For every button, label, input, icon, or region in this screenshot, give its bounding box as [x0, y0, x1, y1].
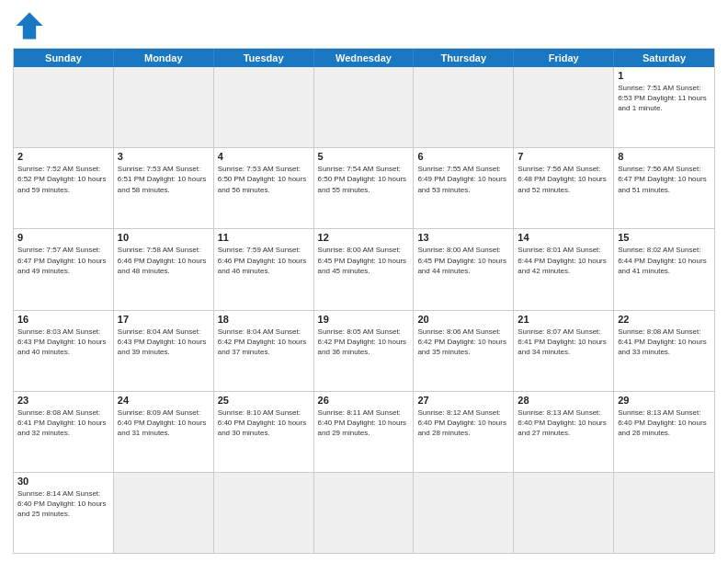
- day-cell: 30Sunrise: 8:14 AM Sunset: 6:40 PM Dayli…: [14, 473, 114, 553]
- day-info: Sunrise: 7:52 AM Sunset: 6:52 PM Dayligh…: [17, 164, 109, 195]
- day-headers: SundayMondayTuesdayWednesdayThursdayFrid…: [14, 49, 714, 67]
- day-number: 17: [118, 314, 210, 325]
- day-cell: 12Sunrise: 8:00 AM Sunset: 6:45 PM Dayli…: [314, 229, 415, 309]
- day-info: Sunrise: 8:04 AM Sunset: 6:42 PM Dayligh…: [218, 327, 310, 358]
- day-number: 9: [17, 232, 109, 243]
- week-row-0: 1Sunrise: 7:51 AM Sunset: 6:53 PM Daylig…: [14, 67, 714, 148]
- week-row-5: 30Sunrise: 8:14 AM Sunset: 6:40 PM Dayli…: [14, 473, 714, 553]
- day-header-wednesday: Wednesday: [314, 49, 415, 67]
- day-number: 1: [618, 70, 711, 81]
- day-header-thursday: Thursday: [414, 49, 514, 67]
- day-number: 26: [318, 395, 410, 406]
- day-number: 19: [318, 314, 410, 325]
- day-info: Sunrise: 8:02 AM Sunset: 6:44 PM Dayligh…: [618, 245, 711, 276]
- day-cell: 28Sunrise: 8:13 AM Sunset: 6:40 PM Dayli…: [514, 392, 614, 472]
- day-info: Sunrise: 8:05 AM Sunset: 6:42 PM Dayligh…: [318, 327, 410, 358]
- day-cell: 13Sunrise: 8:00 AM Sunset: 6:45 PM Dayli…: [414, 229, 514, 309]
- day-cell: 11Sunrise: 7:59 AM Sunset: 6:46 PM Dayli…: [214, 229, 314, 309]
- day-cell: 1Sunrise: 7:51 AM Sunset: 6:53 PM Daylig…: [614, 67, 714, 147]
- day-cell: 9Sunrise: 7:57 AM Sunset: 6:47 PM Daylig…: [14, 229, 114, 309]
- day-info: Sunrise: 8:12 AM Sunset: 6:40 PM Dayligh…: [417, 408, 509, 439]
- day-cell: 20Sunrise: 8:06 AM Sunset: 6:42 PM Dayli…: [414, 311, 514, 391]
- day-cell: 6Sunrise: 7:55 AM Sunset: 6:49 PM Daylig…: [414, 148, 514, 228]
- day-cell: [314, 67, 415, 147]
- day-info: Sunrise: 8:09 AM Sunset: 6:40 PM Dayligh…: [118, 408, 210, 439]
- day-info: Sunrise: 7:53 AM Sunset: 6:51 PM Dayligh…: [118, 164, 210, 195]
- day-cell: 4Sunrise: 7:53 AM Sunset: 6:50 PM Daylig…: [214, 148, 314, 228]
- week-row-3: 16Sunrise: 8:03 AM Sunset: 6:43 PM Dayli…: [14, 311, 714, 392]
- day-cell: [314, 473, 415, 553]
- day-number: 29: [618, 395, 711, 406]
- header: [13, 9, 715, 42]
- day-info: Sunrise: 7:59 AM Sunset: 6:46 PM Dayligh…: [218, 245, 310, 276]
- day-cell: 27Sunrise: 8:12 AM Sunset: 6:40 PM Dayli…: [414, 392, 514, 472]
- day-number: 7: [518, 151, 609, 162]
- day-cell: 24Sunrise: 8:09 AM Sunset: 6:40 PM Dayli…: [114, 392, 214, 472]
- day-info: Sunrise: 8:08 AM Sunset: 6:41 PM Dayligh…: [17, 408, 109, 439]
- day-info: Sunrise: 8:00 AM Sunset: 6:45 PM Dayligh…: [318, 245, 410, 276]
- day-cell: 23Sunrise: 8:08 AM Sunset: 6:41 PM Dayli…: [14, 392, 114, 472]
- day-info: Sunrise: 7:51 AM Sunset: 6:53 PM Dayligh…: [618, 83, 711, 114]
- day-cell: 26Sunrise: 8:11 AM Sunset: 6:40 PM Dayli…: [314, 392, 415, 472]
- day-info: Sunrise: 7:56 AM Sunset: 6:48 PM Dayligh…: [518, 164, 609, 195]
- day-info: Sunrise: 8:10 AM Sunset: 6:40 PM Dayligh…: [218, 408, 310, 439]
- day-info: Sunrise: 8:01 AM Sunset: 6:44 PM Dayligh…: [518, 245, 609, 276]
- day-cell: [614, 473, 714, 553]
- day-number: 2: [17, 151, 109, 162]
- day-cell: 5Sunrise: 7:54 AM Sunset: 6:50 PM Daylig…: [314, 148, 415, 228]
- day-number: 13: [417, 232, 509, 243]
- day-number: 21: [518, 314, 609, 325]
- day-header-sunday: Sunday: [14, 49, 114, 67]
- day-cell: 10Sunrise: 7:58 AM Sunset: 6:46 PM Dayli…: [114, 229, 214, 309]
- day-cell: 15Sunrise: 8:02 AM Sunset: 6:44 PM Dayli…: [614, 229, 714, 309]
- day-number: 24: [118, 395, 210, 406]
- day-info: Sunrise: 8:03 AM Sunset: 6:43 PM Dayligh…: [17, 327, 109, 358]
- day-number: 14: [518, 232, 609, 243]
- day-info: Sunrise: 8:00 AM Sunset: 6:45 PM Dayligh…: [417, 245, 509, 276]
- day-cell: 21Sunrise: 8:07 AM Sunset: 6:41 PM Dayli…: [514, 311, 614, 391]
- day-cell: [214, 473, 314, 553]
- day-cell: 17Sunrise: 8:04 AM Sunset: 6:43 PM Dayli…: [114, 311, 214, 391]
- week-row-1: 2Sunrise: 7:52 AM Sunset: 6:52 PM Daylig…: [14, 148, 714, 229]
- day-cell: [14, 67, 114, 147]
- day-info: Sunrise: 7:53 AM Sunset: 6:50 PM Dayligh…: [218, 164, 310, 195]
- day-number: 15: [618, 232, 711, 243]
- day-info: Sunrise: 8:08 AM Sunset: 6:41 PM Dayligh…: [618, 327, 711, 358]
- logo-icon: [13, 9, 46, 42]
- day-info: Sunrise: 8:06 AM Sunset: 6:42 PM Dayligh…: [417, 327, 509, 358]
- day-number: 8: [618, 151, 711, 162]
- day-number: 4: [218, 151, 310, 162]
- day-cell: 22Sunrise: 8:08 AM Sunset: 6:41 PM Dayli…: [614, 311, 714, 391]
- week-row-4: 23Sunrise: 8:08 AM Sunset: 6:41 PM Dayli…: [14, 392, 714, 473]
- day-cell: 19Sunrise: 8:05 AM Sunset: 6:42 PM Dayli…: [314, 311, 415, 391]
- day-cell: 16Sunrise: 8:03 AM Sunset: 6:43 PM Dayli…: [14, 311, 114, 391]
- day-info: Sunrise: 8:13 AM Sunset: 6:40 PM Dayligh…: [518, 408, 609, 439]
- calendar-body: 1Sunrise: 7:51 AM Sunset: 6:53 PM Daylig…: [14, 67, 714, 553]
- day-cell: 14Sunrise: 8:01 AM Sunset: 6:44 PM Dayli…: [514, 229, 614, 309]
- day-info: Sunrise: 7:58 AM Sunset: 6:46 PM Dayligh…: [118, 245, 210, 276]
- day-info: Sunrise: 8:11 AM Sunset: 6:40 PM Dayligh…: [318, 408, 410, 439]
- day-header-tuesday: Tuesday: [214, 49, 314, 67]
- day-info: Sunrise: 7:55 AM Sunset: 6:49 PM Dayligh…: [417, 164, 509, 195]
- day-number: 12: [318, 232, 410, 243]
- week-row-2: 9Sunrise: 7:57 AM Sunset: 6:47 PM Daylig…: [14, 229, 714, 310]
- day-number: 3: [118, 151, 210, 162]
- day-cell: 29Sunrise: 8:13 AM Sunset: 6:40 PM Dayli…: [614, 392, 714, 472]
- day-info: Sunrise: 8:07 AM Sunset: 6:41 PM Dayligh…: [518, 327, 609, 358]
- day-number: 18: [218, 314, 310, 325]
- day-info: Sunrise: 8:04 AM Sunset: 6:43 PM Dayligh…: [118, 327, 210, 358]
- svg-marker-1: [29, 13, 42, 26]
- day-number: 28: [518, 395, 609, 406]
- day-number: 25: [218, 395, 310, 406]
- day-info: Sunrise: 8:13 AM Sunset: 6:40 PM Dayligh…: [618, 408, 711, 439]
- day-info: Sunrise: 7:57 AM Sunset: 6:47 PM Dayligh…: [17, 245, 109, 276]
- day-cell: [114, 473, 214, 553]
- day-cell: 3Sunrise: 7:53 AM Sunset: 6:51 PM Daylig…: [114, 148, 214, 228]
- day-number: 30: [17, 476, 109, 487]
- day-cell: 7Sunrise: 7:56 AM Sunset: 6:48 PM Daylig…: [514, 148, 614, 228]
- day-info: Sunrise: 7:56 AM Sunset: 6:47 PM Dayligh…: [618, 164, 711, 195]
- day-cell: 8Sunrise: 7:56 AM Sunset: 6:47 PM Daylig…: [614, 148, 714, 228]
- day-cell: 18Sunrise: 8:04 AM Sunset: 6:42 PM Dayli…: [214, 311, 314, 391]
- day-number: 22: [618, 314, 711, 325]
- day-number: 20: [417, 314, 509, 325]
